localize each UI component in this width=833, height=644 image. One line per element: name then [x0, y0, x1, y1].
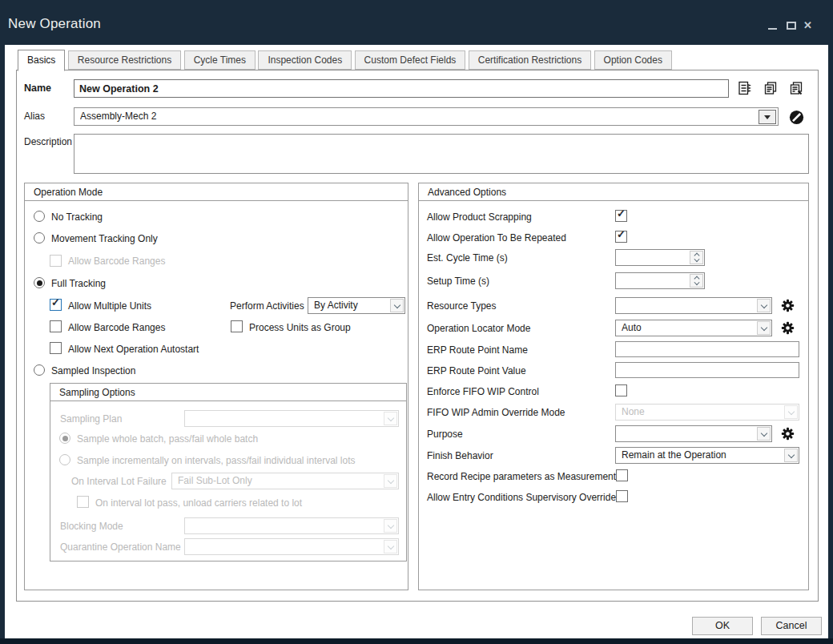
radio-no-tracking[interactable] [34, 211, 45, 222]
fifo-admin-override-value: None [622, 405, 781, 420]
checkbox-process-units-as-group[interactable]: ✓ [231, 320, 243, 332]
window-bottom-border [0, 638, 833, 644]
radio-sample-whole-batch-label: Sample whole batch, pass/fail whole batc… [77, 433, 258, 445]
purpose-value [622, 426, 754, 441]
blocking-mode-dropdown-button [384, 519, 397, 533]
chevron-down-icon [760, 429, 767, 436]
fifo-admin-override-combobox: None [615, 404, 799, 421]
tab-inspection-codes[interactable]: Inspection Codes [258, 50, 352, 70]
minimize-button[interactable] [766, 19, 780, 32]
checkbox-allow-multiple-units[interactable]: ✓ [50, 299, 62, 311]
tab-option-codes[interactable]: Option Codes [594, 50, 672, 70]
checkbox-allow-product-scrapping[interactable]: ✓ [615, 210, 627, 222]
radio-sample-whole-batch [59, 433, 70, 444]
tab-basics[interactable]: Basics [18, 50, 65, 71]
resource-types-combobox[interactable] [615, 297, 772, 314]
sampling-options-header: Sampling Options [50, 384, 406, 401]
alias-value: Assembly-Mech 2 [80, 108, 754, 125]
close-button[interactable]: ✕ [802, 19, 816, 32]
operation-locator-mode-combobox[interactable]: Auto [615, 320, 772, 336]
operation-mode-header: Operation Mode [25, 183, 408, 201]
chevron-down-icon [694, 256, 699, 262]
perform-activities-value: By Activity [314, 298, 387, 313]
resource-types-label: Resource Types [427, 300, 497, 312]
chevron-down-icon [387, 521, 393, 528]
est-cycle-time-spinner[interactable] [615, 249, 705, 266]
checkbox-allow-next-operation-autostart[interactable]: ✓ [50, 342, 62, 354]
finish-behavior-dropdown-button[interactable] [784, 449, 798, 462]
alias-label: Alias [24, 111, 45, 123]
ok-button[interactable]: OK [692, 617, 753, 635]
setup-time-label: Setup Time (s) [427, 276, 489, 288]
tab-resource-restrictions[interactable]: Resource Restrictions [68, 50, 181, 70]
name-copy-icon[interactable] [763, 80, 779, 96]
radio-movement-tracking-only[interactable] [34, 232, 45, 244]
operation-locator-mode-value: Auto [622, 320, 754, 336]
blocking-mode-combobox [184, 517, 399, 534]
purpose-combobox[interactable] [615, 425, 772, 442]
allow-operation-repeated-label: Allow Operation To Be Repeated [427, 232, 566, 244]
operation-locator-mode-gear-icon[interactable] [781, 321, 795, 335]
on-interval-lot-failure-combobox: Fail Sub-Lot Only [171, 473, 399, 489]
advanced-options-title: Advanced Options [428, 187, 506, 198]
record-recipe-label: Record Recipe parameters as Measurements [427, 471, 621, 483]
on-interval-lot-failure-value: Fail Sub-Lot Only [178, 473, 380, 489]
purpose-dropdown-button[interactable] [757, 427, 771, 441]
radio-movement-tracking-only-label: Movement Tracking Only [51, 233, 158, 245]
sampling-plan-dropdown-button [384, 412, 397, 425]
blocking-mode-label: Blocking Mode [60, 521, 123, 533]
operation-locator-mode-dropdown-button[interactable] [757, 321, 771, 335]
tab-custom-defect-fields[interactable]: Custom Defect Fields [355, 50, 466, 70]
erp-route-point-value-label: ERP Route Point Value [427, 365, 526, 377]
checkbox-enforce-fifo[interactable]: ✓ [615, 384, 627, 396]
allow-product-scrapping-label: Allow Product Scrapping [427, 211, 532, 223]
tab-certification-restrictions[interactable]: Certification Restrictions [469, 50, 591, 70]
checkbox-allow-barcode-ranges[interactable]: ✓ [50, 320, 62, 332]
alias-clear-icon[interactable] [789, 110, 804, 125]
allow-entry-override-label: Allow Entry Conditions Supervisory Overr… [427, 492, 616, 504]
name-input[interactable] [74, 79, 729, 98]
alias-combobox[interactable]: Assembly-Mech 2 [74, 107, 779, 126]
maximize-button[interactable] [784, 19, 799, 32]
resource-types-value [622, 298, 754, 313]
fifo-admin-override-dropdown-button [784, 405, 798, 419]
radio-no-tracking-label: No Tracking [51, 211, 103, 223]
erp-route-point-value-input[interactable] [615, 362, 799, 378]
blocking-mode-value [191, 518, 380, 533]
radio-sampled-inspection[interactable] [34, 364, 45, 376]
sampling-plan-label: Sampling Plan [60, 413, 122, 425]
checkbox-movement-allow-barcode-ranges: ✓ [50, 255, 62, 267]
erp-route-point-name-input[interactable] [615, 341, 799, 357]
name-list-icon[interactable] [737, 80, 753, 96]
purpose-gear-icon[interactable] [781, 427, 795, 441]
perform-activities-dropdown-button[interactable] [390, 299, 404, 312]
name-copy-edit-icon[interactable] [788, 80, 804, 96]
checkbox-process-units-as-group-label: Process Units as Group [249, 322, 351, 334]
name-label: Name [24, 83, 51, 95]
tab-cycle-times[interactable]: Cycle Times [184, 50, 256, 70]
finish-behavior-label: Finish Behavior [427, 450, 493, 462]
radio-full-tracking[interactable] [34, 277, 45, 288]
window-title: New Operation [8, 16, 101, 32]
alias-dropdown-button[interactable] [759, 110, 776, 124]
resource-types-gear-icon[interactable] [781, 299, 795, 312]
on-interval-lot-failure-label: On Interval Lot Failure [71, 476, 167, 488]
setup-time-spinner[interactable] [615, 272, 705, 289]
checkbox-allow-operation-repeated[interactable]: ✓ [615, 231, 627, 243]
setup-time-spin-buttons[interactable] [690, 274, 703, 288]
finish-behavior-combobox[interactable]: Remain at the Operation [615, 447, 799, 464]
checkbox-allow-next-operation-autostart-label: Allow Next Operation Autostart [68, 344, 199, 356]
operation-mode-title: Operation Mode [34, 187, 103, 198]
titlebar: New Operation ✕ [0, 0, 833, 45]
perform-activities-combobox[interactable]: By Activity [308, 297, 405, 314]
resource-types-dropdown-button[interactable] [757, 299, 771, 312]
checkbox-record-recipe[interactable]: ✓ [616, 469, 628, 481]
close-icon: ✕ [803, 19, 812, 31]
cancel-button[interactable]: Cancel [761, 617, 822, 635]
description-textarea[interactable] [74, 134, 809, 174]
est-cycle-time-spin-buttons[interactable] [690, 251, 703, 264]
checkbox-allow-entry-override[interactable]: ✓ [616, 490, 628, 502]
checkbox-allow-barcode-ranges-label: Allow Barcode Ranges [68, 322, 165, 334]
radio-sampled-inspection-label: Sampled Inspection [51, 365, 135, 377]
chevron-down-icon [694, 280, 699, 285]
